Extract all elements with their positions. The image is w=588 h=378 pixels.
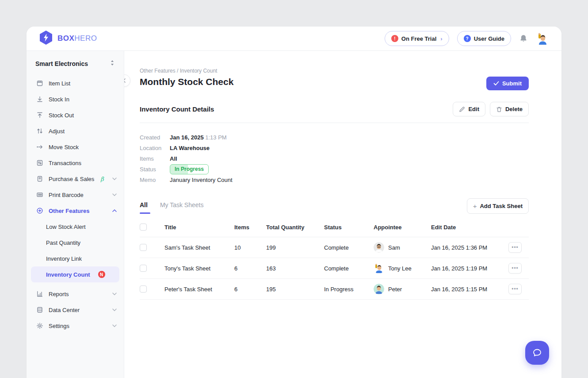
breadcrumb-other-features[interactable]: Other Features [140,68,176,74]
detail-memo: Memo January Inventory Count [140,174,529,185]
alert-icon: ! [391,35,398,42]
move-stock-icon [36,143,43,150]
chevron-down-icon [112,324,117,327]
sidebar-item-inventory-link[interactable]: Inventory Link [27,251,124,266]
detail-status: Status In Progress [140,164,529,174]
top-bar: BOXHERO ! On Free Trial › ? User Guide [27,27,561,51]
detail-items: Items All [140,153,529,164]
tab-my-task-sheets[interactable]: My Task Sheets [160,201,204,214]
boxhero-logo-text: BOXHERO [57,34,97,43]
add-task-sheet-button[interactable]: + Add Task Sheet [467,198,529,214]
sidebar-item-item-list[interactable]: Item List [27,75,124,91]
plus-circle-icon [36,207,43,214]
sidebar-item-label: Print Barcode [49,192,84,198]
sidebar-item-label: Item List [49,80,70,87]
document-icon [36,175,43,182]
row-checkbox[interactable] [140,265,147,272]
box-icon [36,80,43,87]
boxhero-logo[interactable]: BOXHERO [39,30,97,47]
table-row[interactable]: Sam's Task Sheet 10 199 Complete Sam [140,237,529,258]
row-more-button[interactable]: ••• [508,242,522,253]
sidebar-item-stock-out[interactable]: Stock Out [27,107,124,123]
notifications-bell-icon[interactable] [519,34,528,43]
cell-items: 6 [234,258,266,279]
sidebar-item-settings[interactable]: Settings [27,318,124,334]
cell-title: Sam's Task Sheet [164,237,234,258]
sidebar-item-transactions[interactable]: Transactions [27,155,124,171]
user-avatar[interactable] [536,32,549,45]
avatar-tony [374,263,384,274]
sidebar-item-other-features[interactable]: Other Features [27,203,124,219]
user-guide-label: User Guide [474,35,504,42]
beta-badge: β [100,176,104,182]
user-guide-button[interactable]: ? User Guide [457,31,511,46]
avatar-peter [374,284,384,294]
sidebar-item-label: Past Quantity [46,239,80,246]
sidebar-item-stock-in[interactable]: Stock In [27,91,124,107]
row-checkbox[interactable] [140,285,147,293]
stock-in-icon [36,96,43,103]
chevron-up-icon [112,209,117,212]
main-content: Other Features / Inventory Count Monthly… [124,51,561,378]
sidebar-item-past-quantity[interactable]: Past Quantity [27,235,124,251]
workspace-name: Smart Electronics [35,60,88,67]
delete-button[interactable]: Delete [490,102,529,116]
bar-chart-icon [36,290,43,297]
cell-edit-date: Jan 16, 2025 1:36 PM [431,237,508,258]
chevron-down-icon [112,309,117,311]
table-header-row: Title Items Total Quantity Status Appoin… [140,217,529,237]
tab-bar: All My Task Sheets + Add Task Sheet [140,198,529,216]
sidebar-item-label: Adjust [49,128,65,135]
trash-icon [496,106,502,112]
edit-button[interactable]: Edit [453,102,485,116]
app-window: BOXHERO ! On Free Trial › ? User Guide [27,27,561,378]
transactions-icon [36,159,43,166]
sidebar-item-label: Settings [49,323,69,329]
cell-items: 6 [234,279,266,300]
sidebar-item-label: Purchase & Sales [49,176,94,182]
section-divider [140,123,529,123]
table-row[interactable]: Tony's Task Sheet 6 163 Complete Tony Le… [140,258,529,279]
details-list: Created Jan 16, 2025 1:13 PM Location LA… [140,132,529,185]
cell-title: Peter's Task Sheet [164,279,234,300]
sidebar-item-reports[interactable]: Reports [27,286,124,302]
section-title: Inventory Count Details [140,105,214,113]
row-checkbox[interactable] [140,244,147,251]
chat-support-button[interactable] [525,341,549,365]
sidebar-item-label: Low Stock Alert [46,224,86,230]
submit-button[interactable]: Submit [486,77,529,90]
chevron-right-icon: › [440,35,442,42]
sidebar-item-label: Reports [49,291,69,297]
sidebar: Smart Electronics Item List Stock In [27,51,124,378]
tab-all[interactable]: All [140,201,148,214]
appointee-name: Sam [388,244,400,251]
sidebar-item-adjust[interactable]: Adjust [27,123,124,139]
sidebar-item-print-barcode[interactable]: Print Barcode [27,187,124,203]
on-free-trial-button[interactable]: ! On Free Trial › [385,31,449,46]
task-sheet-table: Title Items Total Quantity Status Appoin… [140,217,529,300]
cell-status: In Progress [324,279,374,300]
sidebar-item-inventory-count[interactable]: Inventory Count N [31,266,119,282]
breadcrumb-inventory-count[interactable]: Inventory Count [180,68,218,74]
sidebar-item-move-stock[interactable]: Move Stock [27,139,124,155]
cell-status: Complete [324,258,374,279]
select-all-checkbox[interactable] [140,224,147,231]
sidebar-item-purchase-sales[interactable]: Purchase & Sales β [27,171,124,187]
row-more-button[interactable]: ••• [508,263,522,274]
column-total-quantity: Total Quantity [266,217,324,237]
new-badge: N [98,271,105,278]
table-row[interactable]: Peter's Task Sheet 6 195 In Progress Pet… [140,279,529,300]
sidebar-item-low-stock-alert[interactable]: Low Stock Alert [27,219,124,235]
sidebar-item-data-center[interactable]: Data Center [27,302,124,318]
sidebar-item-label: Stock Out [49,112,74,119]
row-more-button[interactable]: ••• [508,284,522,294]
workspace-selector[interactable]: Smart Electronics [27,57,124,73]
sidebar-item-label: Other Features [49,208,89,214]
chevron-down-icon [112,293,117,295]
sidebar-item-label: Data Center [49,307,80,313]
cell-total: 163 [266,258,324,279]
column-title: Title [164,217,234,237]
cell-total: 199 [266,237,324,258]
avatar-sam [374,242,384,253]
column-items: Items [234,217,266,237]
